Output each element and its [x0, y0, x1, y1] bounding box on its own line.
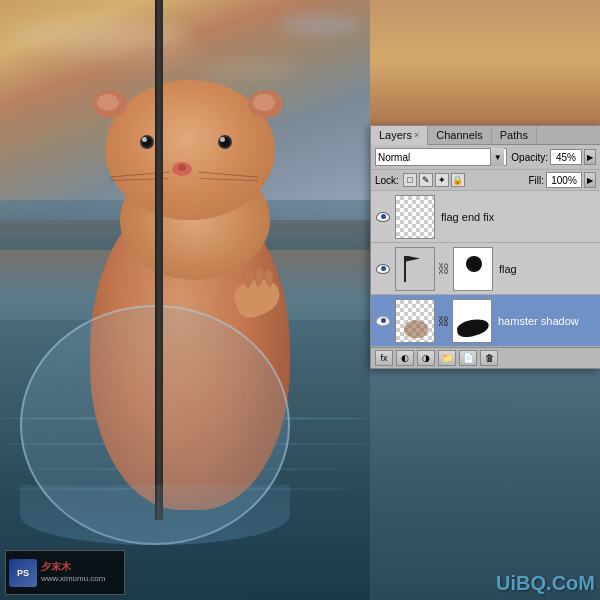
fill-label: Fill:: [528, 175, 544, 186]
layer-visibility-hamster-shadow[interactable]: [375, 313, 391, 329]
tab-layers-close[interactable]: ×: [414, 130, 419, 140]
lock-transparent-btn[interactable]: □: [403, 173, 417, 187]
opacity-group: Opacity: 45% ▶: [511, 149, 596, 165]
layer-thumb-group-hamster: ⛓: [395, 299, 492, 343]
brand-name: 夕末木: [41, 560, 105, 574]
layer-thumb-main: [395, 195, 435, 239]
flagpole: [155, 0, 163, 520]
lock-paint-btn[interactable]: ✎: [419, 173, 433, 187]
layer-thumb-group: [395, 195, 435, 239]
new-layer-btn[interactable]: 📄: [459, 350, 477, 366]
lock-row: Lock: □ ✎ ✦ 🔒 Fill: 100% ▶: [371, 170, 600, 191]
lock-all-btn[interactable]: 🔒: [451, 173, 465, 187]
layer-thumb-flag: [395, 247, 435, 291]
layer-style-btn[interactable]: fx: [375, 350, 393, 366]
add-mask-btn[interactable]: ◐: [396, 350, 414, 366]
layer-thumb-hamster: [395, 299, 435, 343]
opacity-label: Opacity:: [511, 152, 548, 163]
layers-panel: Layers × Channels Paths Normal ▼ Opacity…: [370, 125, 600, 369]
tab-layers[interactable]: Layers ×: [371, 126, 428, 145]
layer-thumb-mask-flag: [453, 247, 493, 291]
fill-arrow[interactable]: ▶: [584, 172, 596, 188]
layer-chain-icon-hamster: ⛓: [437, 299, 450, 343]
adjustment-btn[interactable]: ◑: [417, 350, 435, 366]
panel-bottom-bar: fx ◐ ◑ 📁 📄 🗑: [371, 347, 600, 368]
blend-opacity-row: Normal ▼ Opacity: 45% ▶: [371, 145, 600, 170]
layer-thumb-mask-hamster: [452, 299, 492, 343]
ps-logo: PS: [9, 559, 37, 587]
opacity-value[interactable]: 45%: [550, 149, 582, 165]
layer-name: flag end fix: [439, 211, 596, 223]
tab-channels[interactable]: Channels: [428, 126, 491, 144]
blend-mode-select[interactable]: Normal ▼: [375, 148, 507, 166]
uibq-watermark: UiBQ.CoM: [496, 572, 595, 595]
eye-pupil: [381, 266, 386, 271]
layer-visibility-flag[interactable]: [375, 261, 391, 277]
eye-pupil: [381, 318, 386, 323]
new-group-btn[interactable]: 📁: [438, 350, 456, 366]
layer-item-flag-end-fix[interactable]: flag end fix: [371, 191, 600, 243]
panel-tabs: Layers × Channels Paths: [371, 126, 600, 145]
tab-paths[interactable]: Paths: [492, 126, 537, 144]
eye-icon: [376, 264, 390, 274]
eye-pupil: [381, 214, 386, 219]
layer-thumb-group-flag: ⛓: [395, 247, 493, 291]
blend-mode-arrow[interactable]: ▼: [490, 148, 504, 166]
layer-item-hamster-shadow[interactable]: ⛓ hamster shadow: [371, 295, 600, 347]
opacity-arrow[interactable]: ▶: [584, 149, 596, 165]
fill-value[interactable]: 100%: [546, 172, 582, 188]
lock-icons: □ ✎ ✦ 🔒: [403, 173, 465, 187]
layer-item-flag[interactable]: ⛓ flag: [371, 243, 600, 295]
watermark-area: PS 夕末木 www.ximumu.com: [5, 550, 125, 595]
delete-layer-btn[interactable]: 🗑: [480, 350, 498, 366]
eye-icon: [376, 316, 390, 326]
brand-url: www.ximumu.com: [41, 574, 105, 584]
lock-position-btn[interactable]: ✦: [435, 173, 449, 187]
layer-name-hamster-shadow: hamster shadow: [496, 315, 596, 327]
layer-name-flag: flag: [497, 263, 596, 275]
lock-label: Lock:: [375, 175, 399, 186]
eye-icon: [376, 212, 390, 222]
layer-visibility-flag-end-fix[interactable]: [375, 209, 391, 225]
layer-chain-icon: ⛓: [437, 247, 451, 291]
fill-group: Fill: 100% ▶: [528, 172, 596, 188]
